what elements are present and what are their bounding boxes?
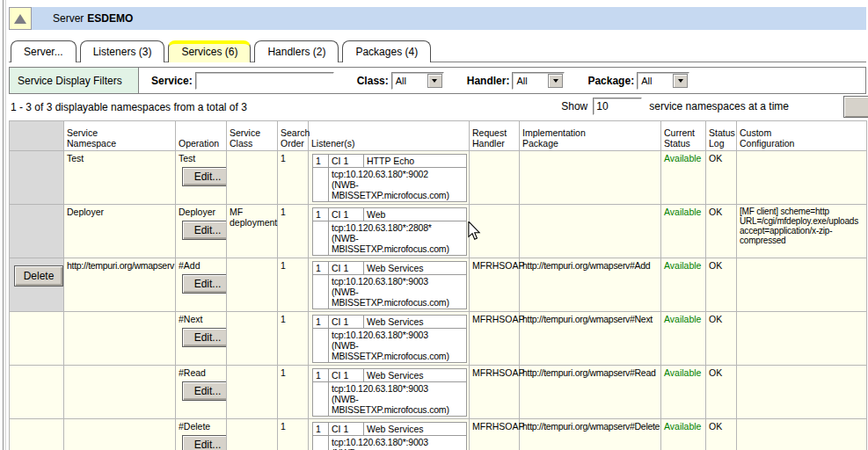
show-label: Show xyxy=(561,100,587,112)
operation-cell: #Add Edit... xyxy=(176,258,227,312)
custom-config-cell xyxy=(737,366,867,419)
custom-config-text: [MF client] scheme=http URL=/cgi/mfdeplo… xyxy=(740,207,864,245)
tab-services[interactable]: Services (6) xyxy=(168,40,251,62)
listener-conversation: CI 1 xyxy=(329,316,364,329)
current-status-cell: Available xyxy=(661,312,706,366)
edit-button[interactable]: Edit... xyxy=(182,435,233,450)
listener-box: 1 CI 1 Web Services tcp:10.120.63.180*:9… xyxy=(312,422,467,450)
listener-name: Web xyxy=(364,208,467,221)
tab-packages[interactable]: Packages (4) xyxy=(342,40,431,62)
class-filter-select[interactable]: All xyxy=(391,72,444,90)
listener-address: tcp:10.120.63.180*:9003 xyxy=(332,330,463,340)
service-class-cell xyxy=(227,366,278,419)
custom-config-cell xyxy=(737,151,867,205)
listener-box: 1 CI 1 Web Services tcp:10.120.63.180*:9… xyxy=(312,368,467,417)
listener-address-cell: tcp:10.120.63.180*:9003 (NWB-MBISSETXP.m… xyxy=(329,382,467,417)
edit-button[interactable]: Edit... xyxy=(182,381,233,401)
package-dropdown-button[interactable] xyxy=(673,74,688,88)
listener-address: tcp:10.120.63.180*:9003 xyxy=(332,276,463,287)
collapse-button[interactable] xyxy=(9,7,32,30)
service-filter-input[interactable] xyxy=(195,72,334,90)
tab-listeners[interactable]: Listeners (3) xyxy=(80,40,165,62)
services-table: Service Namespace Operation Service Clas… xyxy=(9,120,867,450)
actions-cell xyxy=(10,205,64,258)
table-row: #Next Edit... 1 1 CI 1 Web Services tcp:… xyxy=(10,312,867,366)
listener-address: tcp:10.120.63.180*:9003 xyxy=(332,383,463,394)
status-log-cell: OK xyxy=(706,366,737,419)
edit-button[interactable]: Edit... xyxy=(182,274,233,294)
search-order-cell: 1 xyxy=(278,419,309,450)
listener-conversation: CI 1 xyxy=(329,423,364,436)
tab-server[interactable]: Server... xyxy=(11,40,77,62)
listener-conversation: CI 1 xyxy=(329,262,364,275)
listener-address-cell: tcp:10.120.63.180*:9002 (NWB-MBISSETXP.m… xyxy=(329,168,467,202)
handler-filter-select[interactable]: All xyxy=(512,72,565,90)
show-count-group: Show service namespaces at a time xyxy=(561,98,789,115)
listener-box: 1 CI 1 Web tcp:10.120.63.180*:2808* (NWB… xyxy=(312,207,467,256)
implementation-package-cell: http://tempuri.org/wmapserv#Add xyxy=(520,258,661,312)
service-class-cell xyxy=(227,151,278,205)
column-header-current-status: Current Status xyxy=(661,121,706,151)
class-dropdown-button[interactable] xyxy=(427,74,442,88)
listener-number: 1 xyxy=(313,262,329,275)
custom-config-cell xyxy=(737,258,867,312)
actions-cell xyxy=(10,366,64,419)
search-order-cell: 1 xyxy=(278,205,309,258)
column-header-actions xyxy=(10,121,64,151)
column-header-custom-config: Custom Configuration xyxy=(737,121,867,151)
search-order-cell: 1 xyxy=(278,151,309,205)
listener-strip xyxy=(313,382,329,417)
implementation-package-cell xyxy=(520,151,661,205)
operation-name: #Delete xyxy=(179,421,210,432)
namespace-cell: Test xyxy=(64,151,176,205)
request-handler-cell: MFRHSOAP xyxy=(470,366,520,419)
column-header-namespace: Service Namespace xyxy=(64,121,176,151)
operation-cell: Test Edit... xyxy=(176,151,227,205)
current-status-cell: Available xyxy=(661,151,706,205)
operation-name: Deployer xyxy=(179,207,215,217)
collapse-triangle-icon xyxy=(14,14,26,24)
operation-name: #Next xyxy=(179,314,202,324)
listener-name: Web Services xyxy=(364,316,467,329)
column-header-operation: Operation xyxy=(176,121,227,151)
column-header-listeners: Listener(s) xyxy=(309,121,470,151)
listener-address-cell: tcp:10.120.63.180*:9003 (NWB-MBISSETXP.m… xyxy=(329,329,467,363)
request-handler-cell: MFRHSOAP xyxy=(470,258,520,312)
table-row: #Read Edit... 1 1 CI 1 Web Services tcp:… xyxy=(10,366,867,419)
column-header-impl-package: Implementation Package xyxy=(520,121,661,151)
actions-cell xyxy=(10,312,64,366)
edit-button[interactable]: Edit... xyxy=(182,328,233,347)
service-class-cell xyxy=(227,258,278,312)
table-header-row: Service Namespace Operation Service Clas… xyxy=(10,121,867,151)
table-row: Test Test Edit... 1 1 CI 1 HTTP Echo xyxy=(10,151,867,205)
listener-strip xyxy=(313,329,329,363)
operation-name: Test xyxy=(179,153,195,163)
listener-name: Web Services xyxy=(364,423,467,436)
edit-button[interactable]: Edit... xyxy=(182,167,233,186)
actions-cell xyxy=(10,151,64,205)
column-header-request-handler: Request Handler xyxy=(470,121,520,151)
package-filter-value: All xyxy=(638,76,673,86)
namespace-cell: Deployer xyxy=(64,205,176,258)
show-count-input[interactable] xyxy=(593,98,642,115)
request-handler-cell xyxy=(470,205,520,258)
main-content: Server ESDEMO Server... Listeners (3) Se… xyxy=(9,7,866,450)
listeners-cell: 1 CI 1 Web tcp:10.120.63.180*:2808* (NWB… xyxy=(309,205,470,258)
implementation-package-cell: http://tempuri.org/wmapserv#Next xyxy=(520,312,661,366)
actions-cell: Delete xyxy=(10,258,64,312)
handler-dropdown-button[interactable] xyxy=(548,74,563,88)
actions-cell xyxy=(10,419,64,450)
paging-row: 1 - 3 of 3 displayable namespaces from a… xyxy=(9,94,866,120)
edit-button[interactable]: Edit... xyxy=(182,221,233,240)
namespace-cell xyxy=(64,366,176,419)
frame-divider xyxy=(3,0,4,450)
listener-host: (NWB-MBISSETXP.microfocus.com) xyxy=(332,179,463,200)
implementation-package-cell: http://tempuri.org/wmapserv#Read xyxy=(520,366,661,419)
package-filter-select[interactable]: All xyxy=(637,72,689,90)
status-log-cell: OK xyxy=(706,151,737,205)
delete-button[interactable]: Delete xyxy=(14,265,63,287)
tab-handlers[interactable]: Handlers (2) xyxy=(254,40,339,62)
listener-name: HTTP Echo xyxy=(364,155,467,168)
paging-button[interactable] xyxy=(843,96,868,118)
current-status-cell: Available xyxy=(661,419,706,450)
